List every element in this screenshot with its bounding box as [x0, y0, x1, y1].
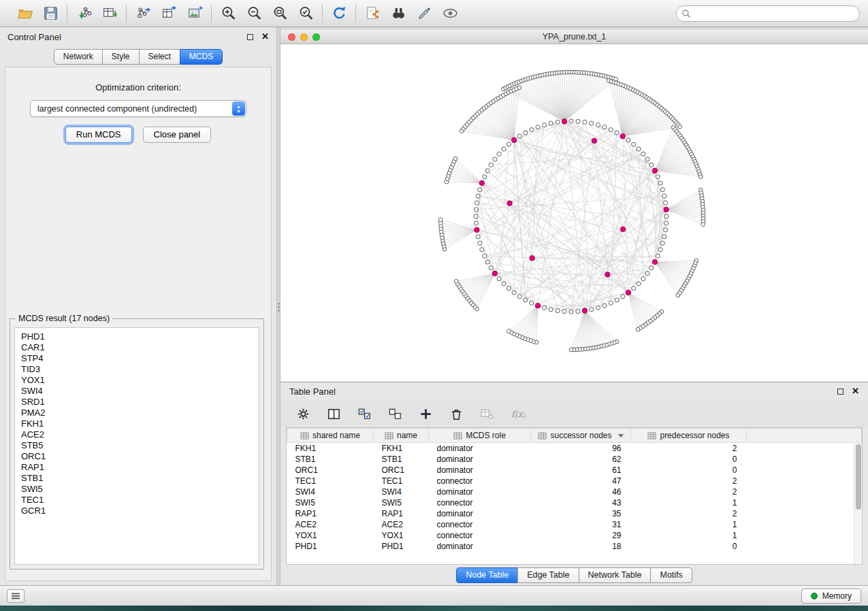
- select-all-icon[interactable]: [354, 403, 374, 424]
- table-row[interactable]: RAP1RAP1dominator352: [287, 508, 862, 519]
- mcds-result-item[interactable]: GCR1: [21, 506, 253, 516]
- close-panel-button[interactable]: Close panel: [143, 127, 212, 143]
- mcds-result-item[interactable]: YOX1: [21, 375, 253, 386]
- mcds-result-item[interactable]: STB5: [21, 440, 253, 451]
- node-table[interactable]: shared namenameMCDS rolesuccessor nodesp…: [287, 428, 862, 552]
- status-menu-button[interactable]: [7, 589, 25, 603]
- mcds-result-item[interactable]: SWI4: [21, 386, 253, 397]
- window-close-icon[interactable]: [288, 33, 295, 41]
- tab-node-table[interactable]: Node Table: [456, 567, 518, 583]
- zoom-out-icon[interactable]: [244, 3, 264, 24]
- mcds-result-item[interactable]: FKH1: [21, 418, 253, 429]
- table-row[interactable]: PHD1PHD1dominator180: [287, 541, 862, 552]
- add-icon[interactable]: [415, 403, 436, 424]
- tab-network[interactable]: Network: [54, 49, 103, 65]
- tab-style[interactable]: Style: [102, 49, 140, 65]
- table-row[interactable]: SWI4SWI4dominator462: [287, 486, 862, 497]
- scrollbar-thumb[interactable]: [856, 444, 861, 510]
- table-row[interactable]: TEC1TEC1connector472: [287, 476, 862, 486]
- column-header-shared-name[interactable]: shared name: [287, 429, 374, 443]
- mcds-result-item[interactable]: ORC1: [21, 451, 253, 462]
- delete-icon[interactable]: [446, 403, 466, 424]
- table-panel-header: Table Panel ✕: [280, 382, 868, 400]
- toolbar-group: [8, 3, 67, 24]
- search-input[interactable]: [676, 5, 860, 22]
- panel-splitter[interactable]: [276, 27, 280, 585]
- float-panel-icon[interactable]: [247, 34, 253, 40]
- import-table-icon[interactable]: [99, 3, 120, 24]
- share-document-icon[interactable]: [362, 3, 383, 24]
- table-row[interactable]: FKH1FKH1dominator962: [287, 443, 862, 454]
- function-icon[interactable]: f(x): [507, 403, 528, 424]
- mcds-result-title: MCDS result (17 nodes): [16, 314, 112, 323]
- zoom-in-icon[interactable]: [218, 3, 238, 24]
- table-panel: Table Panel ✕ f(x) shared namenameMCDS r…: [280, 382, 868, 585]
- mcds-result-item[interactable]: SRD1: [21, 397, 253, 408]
- table-row[interactable]: SWI5SWI5connector431: [287, 497, 862, 508]
- window-maximize-icon[interactable]: [312, 33, 320, 41]
- tab-motifs[interactable]: Motifs: [650, 567, 692, 583]
- deselect-all-icon[interactable]: [385, 403, 405, 424]
- zoom-selected-icon: [298, 5, 315, 22]
- splitter-grip-icon: [278, 302, 280, 313]
- deselect-all-icon: [387, 406, 403, 422]
- tab-select[interactable]: Select: [139, 49, 180, 65]
- save-icon[interactable]: [40, 3, 61, 24]
- memory-button[interactable]: Memory: [801, 589, 861, 604]
- gear-icon[interactable]: [293, 403, 313, 424]
- table-toolbar: f(x): [280, 400, 868, 427]
- columns-icon[interactable]: [323, 403, 344, 424]
- open-folder-icon[interactable]: [14, 3, 35, 24]
- close-table-panel-icon[interactable]: ✕: [852, 388, 859, 395]
- table-row[interactable]: ORC1ORC1dominator610: [287, 465, 862, 476]
- style-apply-icon[interactable]: [414, 3, 434, 24]
- find-icon: [390, 5, 407, 22]
- criterion-dropdown[interactable]: largest connected component (undirected)…: [30, 100, 246, 117]
- columns-icon: [326, 406, 342, 422]
- export-image-icon[interactable]: [184, 3, 205, 24]
- zoom-fit-icon[interactable]: [270, 3, 290, 24]
- mcds-result-item[interactable]: RAP1: [21, 462, 253, 473]
- mcds-result-list[interactable]: PHD1CAR1STP4TID3YOX1SWI4SRD1PMA2FKH1ACE2…: [14, 327, 259, 565]
- main-toolbar: [0, 0, 868, 27]
- column-header-successor-nodes[interactable]: successor nodes: [531, 429, 631, 443]
- table-scrollbar[interactable]: [854, 443, 862, 564]
- run-mcds-button[interactable]: Run MCDS: [65, 127, 132, 143]
- memory-button-label: Memory: [822, 591, 852, 601]
- mcds-result-item[interactable]: PMA2: [21, 408, 253, 418]
- mcds-result-item[interactable]: STP4: [21, 353, 253, 364]
- column-header-predecessor-nodes[interactable]: predecessor nodes: [631, 429, 747, 443]
- tab-network-table[interactable]: Network Table: [579, 567, 652, 583]
- export-network-icon[interactable]: [133, 3, 153, 24]
- mcds-result-item[interactable]: TEC1: [21, 495, 253, 506]
- network-canvas[interactable]: [280, 44, 868, 382]
- zoom-selected-icon[interactable]: [295, 3, 316, 24]
- table-row[interactable]: STB1STB1dominator620: [287, 454, 862, 465]
- mcds-result-item[interactable]: SWI5: [21, 484, 253, 495]
- mcds-result-item[interactable]: PHD1: [21, 331, 253, 342]
- column-header-name[interactable]: name: [374, 429, 429, 443]
- eye-icon[interactable]: [440, 3, 460, 24]
- mcds-result-item[interactable]: TID3: [21, 364, 253, 375]
- export-table-icon[interactable]: [159, 3, 179, 24]
- toolbar-group: [356, 3, 466, 24]
- import-network-icon[interactable]: [74, 3, 94, 24]
- float-table-panel-icon[interactable]: [837, 389, 843, 395]
- mcds-result-item[interactable]: ACE2: [21, 429, 253, 440]
- refresh-icon[interactable]: [329, 3, 349, 24]
- table-row[interactable]: YOX1YOX1connector291: [287, 530, 862, 541]
- find-icon[interactable]: [388, 3, 408, 24]
- window-minimize-icon[interactable]: [300, 33, 308, 41]
- table-row[interactable]: ACE2ACE2connector311: [287, 519, 862, 530]
- tab-mcds[interactable]: MCDS: [180, 49, 223, 65]
- column-attribute-icon: [647, 432, 656, 440]
- column-header-MCDS-role[interactable]: MCDS role: [429, 429, 531, 443]
- status-bar: Memory: [0, 585, 868, 606]
- close-panel-icon[interactable]: ✕: [261, 33, 269, 40]
- tab-edge-table[interactable]: Edge Table: [517, 567, 579, 583]
- network-window-titlebar: YPA_prune.txt_1: [280, 30, 868, 44]
- mcds-result-item[interactable]: STB1: [21, 473, 253, 484]
- delete-table-icon[interactable]: [477, 403, 497, 424]
- network-graph[interactable]: [280, 44, 867, 382]
- mcds-result-item[interactable]: CAR1: [21, 342, 253, 353]
